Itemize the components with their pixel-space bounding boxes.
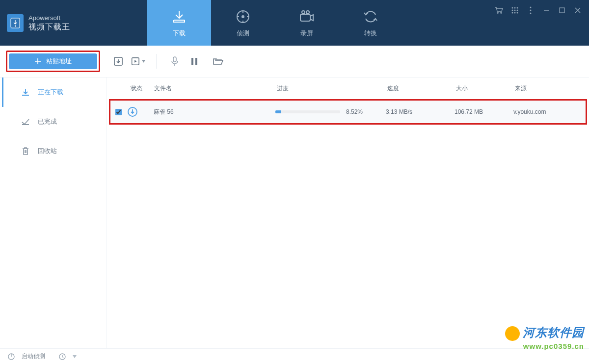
col-progress: 进度 (277, 84, 387, 93)
svg-point-16 (514, 12, 516, 14)
batch-download-button[interactable] (111, 54, 126, 69)
progress-fill (275, 110, 281, 113)
tab-record[interactable]: 录屏 (275, 0, 339, 46)
completed-icon (20, 116, 31, 127)
progress-bar (275, 110, 340, 113)
trash-icon (20, 146, 31, 156)
toolbar-separator (156, 54, 157, 69)
sidebar-recycle-label: 回收站 (38, 147, 57, 156)
svg-rect-31 (173, 57, 176, 62)
table-header: 状态 文件名 进度 速度 大小 来源 (107, 78, 589, 99)
convert-tab-icon (362, 8, 379, 25)
tab-download-label: 下载 (173, 29, 186, 38)
menu-grid-icon[interactable] (510, 6, 519, 15)
downloading-icon (20, 87, 31, 98)
svg-point-15 (512, 12, 513, 14)
row-checkbox[interactable] (115, 109, 122, 115)
svg-rect-22 (560, 8, 564, 13)
chevron-down-icon[interactable] (73, 355, 77, 358)
brand: Apowersoft 视频下载王 (0, 0, 147, 46)
svg-point-3 (242, 16, 244, 18)
cart-icon[interactable] (495, 6, 504, 15)
svg-point-18 (530, 7, 532, 8)
sidebar-completed-label: 已完成 (38, 117, 57, 126)
tab-detect[interactable]: 侦测 (211, 0, 275, 46)
record-tab-icon (298, 8, 315, 25)
status-bar: 启动侦测 (0, 348, 589, 364)
svg-point-8 (501, 12, 502, 13)
app-logo (7, 14, 24, 32)
row-source: v.youku.com (513, 108, 584, 115)
row-speed: 3.13 MB/s (386, 108, 455, 115)
main-area: 正在下载 已完成 回收站 状态 文件名 进度 速度 大小 来源 (0, 78, 589, 348)
close-button[interactable] (573, 6, 582, 15)
svg-marker-29 (134, 60, 136, 62)
history-icon[interactable] (58, 352, 67, 361)
app-header: Apowersoft 视频下载王 下载 侦测 录屏 转换 (0, 0, 589, 46)
detect-tab-icon (235, 8, 251, 25)
svg-point-7 (497, 12, 498, 13)
settings-dropdown-button[interactable] (131, 54, 145, 69)
table-row[interactable]: 麻雀 56 8.52% 3.13 MB/s 106.72 MB v.youku.… (110, 101, 586, 123)
brand-line2: 视频下载王 (28, 22, 70, 31)
open-folder-button[interactable] (211, 54, 225, 69)
svg-point-17 (517, 12, 518, 14)
tab-convert-label: 转换 (364, 29, 377, 38)
svg-point-11 (517, 7, 518, 9)
svg-rect-4 (300, 14, 310, 21)
svg-marker-30 (142, 60, 145, 62)
svg-point-13 (514, 10, 516, 11)
mic-button[interactable] (167, 54, 182, 69)
brand-line1: Apowersoft (28, 14, 70, 22)
row-status-icon (124, 106, 154, 117)
sidebar-downloading-label: 正在下载 (38, 88, 63, 97)
download-row-highlight: 麻雀 56 8.52% 3.13 MB/s 106.72 MB v.youku.… (109, 99, 587, 125)
svg-point-6 (306, 11, 309, 14)
svg-point-12 (512, 10, 513, 11)
svg-rect-32 (191, 58, 193, 65)
sidebar-item-completed[interactable]: 已完成 (2, 107, 107, 136)
download-table: 状态 文件名 进度 速度 大小 来源 麻雀 56 8.52% (107, 78, 589, 348)
row-checkbox-wrap (112, 109, 124, 115)
col-status: 状态 (111, 84, 154, 93)
sidebar-item-recycle[interactable]: 回收站 (2, 136, 107, 166)
power-icon[interactable] (7, 352, 16, 361)
row-size: 106.72 MB (455, 108, 513, 115)
auto-detect-label[interactable]: 启动侦测 (22, 352, 45, 361)
row-progress: 8.52% (275, 108, 386, 115)
pause-button[interactable] (187, 54, 202, 69)
col-speed: 速度 (387, 84, 456, 93)
toolbar: 粘贴地址 (0, 46, 589, 78)
main-tabs: 下载 侦测 录屏 转换 (147, 0, 402, 46)
paste-url-label: 粘贴地址 (46, 57, 72, 66)
tab-convert[interactable]: 转换 (339, 0, 402, 46)
tab-detect-label: 侦测 (237, 29, 249, 38)
row-filename: 麻雀 56 (154, 108, 275, 116)
svg-point-5 (302, 11, 305, 14)
svg-rect-33 (195, 58, 197, 65)
tab-download[interactable]: 下载 (147, 0, 211, 46)
sidebar-item-downloading[interactable]: 正在下载 (2, 78, 107, 107)
col-size: 大小 (456, 84, 515, 93)
download-tab-icon (171, 8, 187, 25)
tab-record-label: 录屏 (300, 29, 313, 38)
svg-point-20 (530, 13, 532, 14)
maximize-button[interactable] (558, 6, 566, 15)
paste-url-highlight: 粘贴地址 (6, 51, 100, 72)
svg-point-9 (512, 7, 513, 9)
window-controls (495, 0, 589, 46)
col-source: 来源 (515, 84, 585, 93)
svg-point-19 (530, 10, 532, 11)
chevron-down-icon (142, 60, 145, 63)
progress-text: 8.52% (346, 108, 363, 115)
minimize-button[interactable] (542, 6, 551, 15)
sidebar: 正在下载 已完成 回收站 (0, 78, 107, 348)
svg-marker-38 (73, 355, 77, 358)
col-name: 文件名 (154, 84, 277, 93)
paste-url-button[interactable]: 粘贴地址 (9, 53, 97, 69)
svg-point-14 (517, 10, 518, 11)
more-icon[interactable] (526, 6, 535, 15)
svg-point-10 (514, 7, 516, 9)
